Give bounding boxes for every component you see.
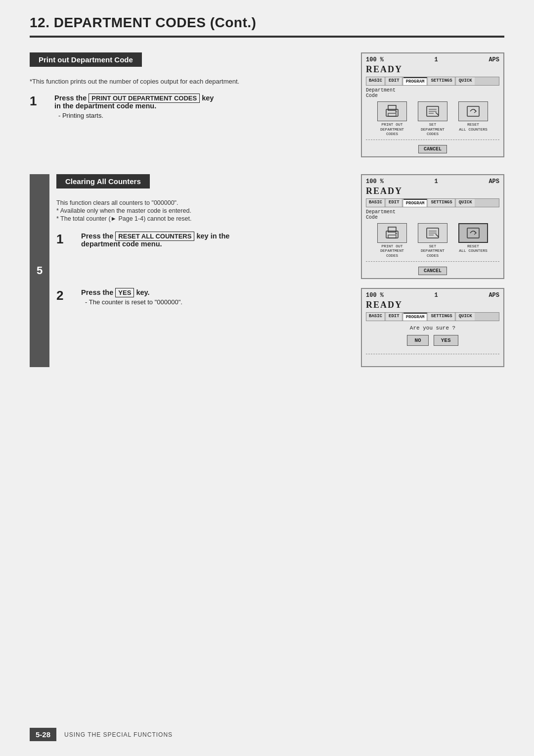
lcd2-print-label: PRINT OUTDEPARTMENT CODES (374, 244, 410, 258)
clear-step-1-subtitle: department code menu. (81, 240, 162, 248)
step-1-content: Press the PRINT OUT DEPARTMENT CODES key… (54, 94, 346, 119)
clear-note-2: * Available only when the master code is… (56, 207, 351, 214)
lcd2-number: 1 (435, 178, 438, 185)
lcd2-tab-settings: SETTINGS (428, 199, 455, 207)
lcd-screen-1: 100 % 1 APS READY BASIC EDIT PROGRAM SET… (361, 52, 504, 157)
svg-rect-12 (388, 235, 396, 238)
lcd3-are-you-sure: Are you sure ? (366, 325, 499, 331)
clear-section-header: Clearing All Counters (56, 174, 150, 189)
lcd3-number: 1 (435, 292, 438, 299)
lcd3-tab-settings: SETTINGS (428, 313, 455, 321)
print-section: Print out Department Code *This function… (30, 52, 504, 157)
lcd2-tabs: BASIC EDIT PROGRAM SETTINGS QUICK (366, 198, 499, 207)
lcd2-set-box (418, 223, 447, 243)
title-underline (30, 36, 504, 38)
lcd1-tab-edit: EDIT (386, 77, 402, 85)
lcd1-top-bar: 100 % 1 APS (366, 56, 499, 63)
lcd3-percent: 100 % (366, 292, 384, 299)
clear-step-1-title: Press the RESET ALL COUNTERS key in the … (81, 232, 351, 248)
step-1-bullet: - Printing starts. (58, 112, 346, 119)
lcd1-set-box (418, 101, 447, 121)
clear-step-1-content: Press the RESET ALL COUNTERS key in the … (81, 232, 351, 250)
footer-text: USING THE SPECIAL FUNCTIONS (64, 731, 173, 738)
lcd1-percent: 100 % (366, 56, 384, 63)
step-number-1: 1 (30, 94, 45, 108)
step-1-subtitle: in the department code menu. (54, 102, 156, 110)
lcd1-cancel-btn[interactable]: CANCEL (418, 145, 447, 153)
lcd1-divider (366, 140, 499, 140)
lcd2-icon-set: SETDEPARTMENT CODES (415, 223, 450, 258)
lcd2-cancel-area: CANCEL (366, 265, 499, 275)
lcd2-icons-row: PRINT OUTDEPARTMENT CODES SETDEPARTMENT … (366, 223, 499, 258)
step-1-text-before: Press the (54, 94, 87, 102)
clear-step-1-before: Press the (81, 232, 113, 240)
clear-note-1: This function clears all counters to "00… (56, 199, 351, 206)
lcd1-icon-set: SETDEPARTMENT CODES (415, 101, 450, 137)
page-title: 12. DEPARTMENT CODES (Cont.) (30, 0, 504, 36)
lcd2-aps: APS (489, 178, 499, 185)
lcd2-reset-box (458, 223, 488, 243)
page: 12. DEPARTMENT CODES (Cont.) Print out D… (0, 0, 534, 756)
lcd2-set-label: SETDEPARTMENT CODES (415, 244, 450, 258)
lcd1-cancel-area: CANCEL (366, 143, 499, 153)
lcd3-tab-program: PROGRAM (403, 313, 428, 321)
lcd1-aps: APS (489, 56, 499, 63)
lcd-screen-2: 100 % 1 APS READY BASIC EDIT PROGRAM SET… (361, 174, 504, 279)
lcd1-ready: READY (366, 64, 499, 75)
lcd1-reset-box (458, 101, 488, 121)
svg-rect-9 (467, 106, 479, 116)
lcd1-print-label: PRINT OUTDEPARTMENT CODES (374, 122, 410, 137)
lcd2-tab-edit: EDIT (386, 199, 402, 207)
print-section-header: Print out Department Code (30, 52, 142, 67)
lcd3-no-btn[interactable]: NO (407, 335, 428, 346)
lcd2-divider (366, 261, 499, 262)
lcd3-yes-btn[interactable]: YES (434, 335, 458, 346)
side-number-5: 5 (30, 174, 49, 367)
footer: 5-28 USING THE SPECIAL FUNCTIONS (0, 728, 534, 741)
clear-step-2-row: 2 Press the YES key. - The counter is re… (56, 288, 351, 306)
lcd2-cancel-btn[interactable]: CANCEL (418, 267, 447, 275)
clear-step-2-title: Press the YES key. (81, 288, 351, 296)
clear-step-1-row: 1 Press the RESET ALL COUNTERS key in th… (56, 232, 351, 250)
lcd1-icon-reset: RESETALL COUNTERS (455, 101, 491, 137)
lcd3-tab-basic: BASIC (366, 313, 385, 321)
clear-step-number-1: 1 (56, 232, 72, 246)
step-1-title: Press the PRINT OUT DEPARTMENT CODES key… (54, 94, 346, 110)
lcd2-icon-print: PRINT OUTDEPARTMENT CODES (374, 223, 410, 258)
lcd3-tabs: BASIC EDIT PROGRAM SETTINGS QUICK (366, 312, 499, 321)
lcd-screens-right: 100 % 1 APS READY BASIC EDIT PROGRAM SET… (361, 174, 504, 367)
lcd2-tab-quick: QUICK (456, 199, 475, 207)
lcd1-reset-label: RESETALL COUNTERS (455, 122, 491, 132)
lcd3-top-bar: 100 % 1 APS (366, 292, 499, 299)
clear-note-3: * The total counter (► Page 1-4) cannot … (56, 215, 351, 222)
clear-step-number-2: 2 (56, 288, 72, 303)
lcd1-dept-code: DepartmentCode (366, 88, 499, 98)
lcd1-tabs: BASIC EDIT PROGRAM SETTINGS QUICK (366, 77, 499, 86)
lcd2-top-bar: 100 % 1 APS (366, 178, 499, 185)
lcd1-tab-basic: BASIC (366, 77, 385, 85)
lcd2-dept-code: DepartmentCode (366, 209, 499, 220)
svg-line-8 (436, 112, 439, 115)
footer-page-number: 5-28 (30, 728, 56, 741)
lcd-screen-3: 100 % 1 APS READY BASIC EDIT PROGRAM SET… (361, 288, 504, 367)
step-1-text-after: key (202, 94, 214, 102)
lcd1-set-label: SETDEPARTMENT CODES (415, 122, 450, 137)
lcd1-tab-quick: QUICK (456, 77, 475, 85)
lcd1-tab-settings: SETTINGS (428, 77, 455, 85)
lcd3-aps: APS (489, 292, 499, 299)
svg-rect-2 (388, 113, 396, 116)
print-step-1: 1 Press the PRINT OUT DEPARTMENT CODES k… (30, 94, 346, 119)
clear-notes: This function clears all counters to "00… (56, 199, 351, 222)
svg-point-3 (396, 111, 397, 113)
lcd3-tab-quick: QUICK (456, 313, 475, 321)
lcd2-percent: 100 % (366, 178, 384, 185)
lcd2-print-box (377, 223, 407, 243)
lcd2-ready: READY (366, 186, 499, 196)
svg-point-13 (396, 233, 397, 234)
lcd3-ready: READY (366, 300, 499, 310)
svg-rect-19 (467, 228, 479, 238)
lcd2-tab-basic: BASIC (366, 199, 385, 207)
lcd1-print-box (377, 101, 407, 121)
svg-line-18 (436, 234, 439, 237)
lcd2-tab-program: PROGRAM (403, 199, 428, 207)
